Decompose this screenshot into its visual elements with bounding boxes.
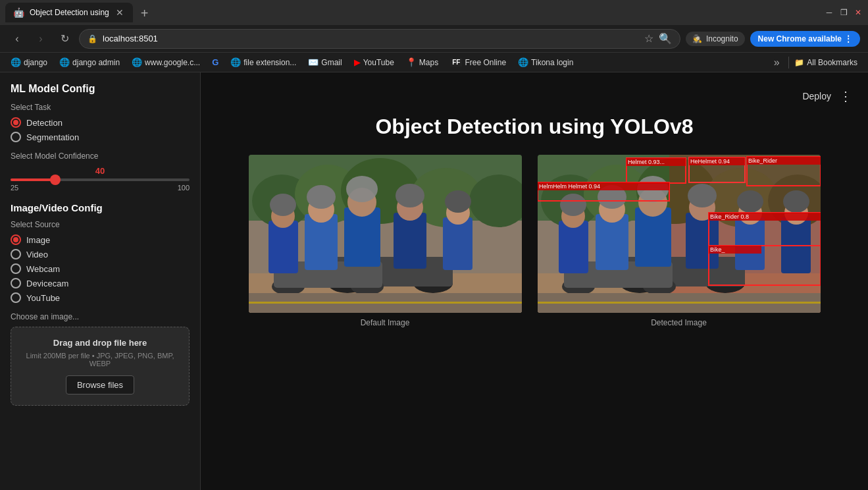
bookmark-folder-icon: 📁: [794, 58, 804, 67]
bookmark-google[interactable]: 🌐 www.google.c...: [126, 56, 205, 68]
default-image-caption: Default Image: [361, 318, 410, 327]
new-chrome-dots-icon: ⋮: [844, 34, 852, 43]
source-devicecam[interactable]: Devicecam: [11, 278, 190, 288]
search-icon[interactable]: 🔍: [659, 32, 672, 45]
task-segmentation[interactable]: Segmentation: [11, 132, 190, 142]
reload-button[interactable]: ↻: [55, 30, 74, 48]
sidebar-title: ML Model Config: [11, 83, 190, 95]
svg-point-60: [560, 194, 586, 216]
svg-rect-23: [443, 217, 472, 270]
video-radio[interactable]: [11, 249, 21, 259]
browse-files-button[interactable]: Browse files: [66, 375, 134, 395]
file-ext-icon: 🌐: [230, 57, 241, 67]
deploy-button[interactable]: Deploy: [802, 91, 831, 101]
more-bookmarks-button[interactable]: »: [767, 53, 786, 72]
source-webcam[interactable]: Webcam: [11, 263, 190, 274]
bookmark-gmail[interactable]: ✉️ Gmail: [303, 56, 347, 68]
tab-favicon: 🤖: [13, 7, 24, 18]
bookmark-django[interactable]: 🌐 django: [5, 56, 53, 68]
bookmark-django-admin-label: django admin: [72, 58, 120, 67]
url-bar[interactable]: 🔒 localhost:8501 ☆ 🔍: [79, 29, 680, 49]
svg-point-22: [396, 184, 424, 207]
dropzone-subtitle: Limit 200MB per file • JPG, JPEG, PNG, B…: [22, 352, 178, 368]
incognito-label: Incognito: [706, 34, 738, 43]
bookmark-free-online[interactable]: FF Free Online: [445, 57, 511, 68]
page-header: Deploy ⋮: [217, 88, 852, 104]
video-label: Video: [26, 250, 48, 259]
select-task-label: Select Task: [11, 103, 190, 112]
source-video[interactable]: Video: [11, 249, 190, 259]
svg-rect-52: [686, 213, 719, 269]
bookmark-django-admin[interactable]: 🌐 django admin: [54, 56, 125, 68]
image-radio[interactable]: [11, 234, 21, 245]
django-admin-icon: 🌐: [59, 57, 70, 67]
bookmark-maps-label: Maps: [419, 58, 438, 67]
svg-point-16: [346, 176, 378, 202]
bookmark-maps[interactable]: 📍 Maps: [401, 56, 444, 68]
new-tab-button[interactable]: +: [136, 6, 154, 21]
detection-radio[interactable]: [11, 117, 21, 128]
new-chrome-button[interactable]: New Chrome available ⋮: [750, 31, 860, 47]
task-detection[interactable]: Detection: [11, 117, 190, 128]
tab-close-button[interactable]: ✕: [115, 7, 125, 18]
confidence-slider[interactable]: [11, 178, 190, 181]
select-source-label: Select Source: [11, 220, 190, 229]
bookmark-google-label: www.google.c...: [145, 58, 200, 67]
all-bookmarks[interactable]: 📁 All Bookmarks: [788, 57, 863, 68]
youtube-icon: ▶: [354, 57, 361, 67]
segmentation-radio[interactable]: [11, 132, 21, 142]
detected-image-container: Helmet 0.93... HeHelmet 0.94 HelmHelm He…: [538, 155, 821, 327]
svg-point-25: [445, 190, 471, 213]
youtube-radio[interactable]: [11, 292, 21, 303]
bookmark-file-ext[interactable]: 🌐 file extension...: [225, 56, 301, 68]
incognito-icon: 🕵️: [692, 34, 702, 43]
detected-image-box: Helmet 0.93... HeHelmet 0.94 HelmHelm He…: [538, 155, 821, 313]
all-bookmarks-label: All Bookmarks: [807, 58, 857, 67]
address-bar: ‹ › ↻ 🔒 localhost:8501 ☆ 🔍 🕵️ Incognito …: [0, 25, 868, 53]
bookmark-g[interactable]: G: [207, 56, 224, 68]
bookmark-star-icon[interactable]: ☆: [644, 32, 653, 45]
forward-button[interactable]: ›: [32, 30, 50, 48]
title-bar: 🤖 Object Detection using ✕ + ─ ❒ ✕: [0, 0, 868, 25]
close-button[interactable]: ✕: [854, 8, 863, 17]
slider-thumb[interactable]: [50, 175, 61, 185]
detected-image-caption: Detected Image: [651, 318, 707, 327]
slider-track: [11, 178, 190, 181]
incognito-button[interactable]: 🕵️ Incognito: [686, 32, 745, 46]
source-radio-group: Image Video Webcam Devicecam YouTube: [11, 234, 190, 303]
devicecam-radio[interactable]: [11, 278, 21, 288]
minimize-button[interactable]: ─: [825, 8, 834, 17]
bookmarks-more: » 📁 All Bookmarks: [767, 53, 863, 72]
page-title: Object Detection using YOLOv8: [375, 115, 693, 139]
svg-text:Bike_Rider 0.8: Bike_Rider 0.8: [710, 213, 749, 220]
segmentation-label: Segmentation: [26, 132, 79, 142]
youtube-label: YouTube: [26, 293, 60, 303]
slider-fill: [11, 178, 55, 181]
svg-rect-26: [268, 221, 298, 273]
default-image-box: [249, 155, 522, 313]
images-row: Default Image: [249, 155, 821, 327]
bookmark-django-label: django: [24, 58, 47, 67]
slider-labels: 25 100: [11, 184, 190, 192]
maps-icon: 📍: [406, 57, 417, 67]
default-image: [249, 155, 522, 313]
back-button[interactable]: ‹: [8, 30, 26, 48]
svg-rect-20: [394, 213, 426, 269]
bookmark-tikona[interactable]: 🌐 Tikona login: [513, 56, 578, 68]
more-options-button[interactable]: ⋮: [839, 88, 852, 104]
bookmark-gmail-label: Gmail: [321, 58, 342, 67]
tikona-icon: 🌐: [518, 57, 528, 67]
bookmark-youtube[interactable]: ▶ YouTube: [349, 56, 399, 68]
source-image[interactable]: Image: [11, 234, 190, 245]
task-radio-group: Detection Segmentation: [11, 117, 190, 142]
bookmark-file-ext-label: file extension...: [243, 58, 296, 67]
dropzone-title: Drag and drop file here: [22, 338, 178, 348]
bookmark-tikona-label: Tikona login: [531, 58, 573, 67]
dropzone[interactable]: Drag and drop file here Limit 200MB per …: [11, 327, 190, 406]
active-tab[interactable]: 🤖 Object Detection using ✕: [5, 3, 133, 22]
detection-radio-dot: [13, 120, 18, 125]
source-youtube[interactable]: YouTube: [11, 292, 190, 303]
maximize-button[interactable]: ❒: [839, 8, 848, 17]
webcam-radio[interactable]: [11, 263, 21, 274]
image-video-title: Image/Video Config: [11, 202, 190, 213]
